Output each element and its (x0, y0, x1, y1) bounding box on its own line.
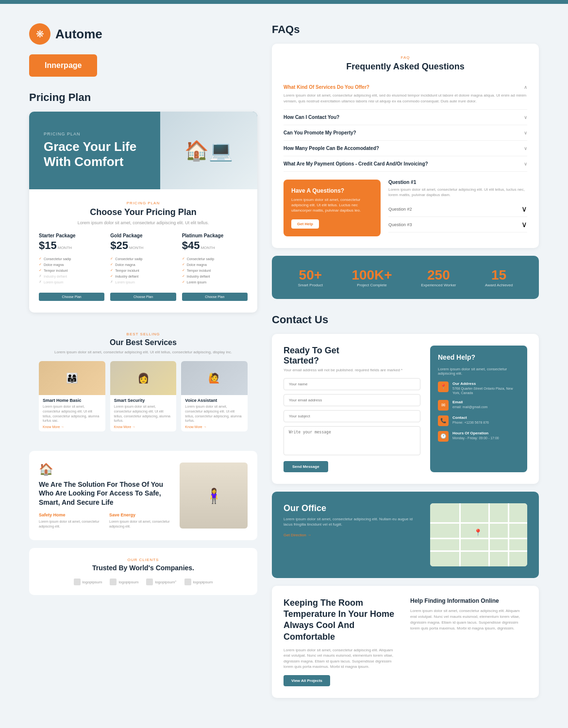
email-value: email: mail@gmail.com (452, 405, 487, 409)
office-direction-link[interactable]: Get Direction → (284, 533, 420, 537)
stat-worker-label: Experienced Worker (421, 283, 456, 287)
send-message-button[interactable]: Send Message (284, 461, 328, 472)
office-content: Our Office Lorem ipsum dolor sit amet, c… (284, 503, 420, 566)
faq-item-2-header[interactable]: How Can I Contact You? ∨ (284, 115, 527, 120)
bottom-main-title: Keeping The Room Temperature In Your Hom… (284, 597, 401, 643)
stat-award-label: Award Achieved (485, 283, 513, 287)
innerpage-button[interactable]: Innerpage (29, 54, 97, 77)
choose-plan-gold-btn[interactable]: Choose Plan (110, 293, 176, 301)
faq-arrow-2: ∨ (524, 115, 527, 120)
logo-icon: ❋ (29, 23, 50, 45)
contact-info-side: Need Help? Lorem ipsum dolor sit amet, c… (430, 346, 527, 472)
faq-arrow-3: ∨ (524, 130, 527, 135)
solution-card: 🏠 We Are The Solution For Those Of You W… (29, 451, 257, 540)
bottom-right-text: Lorem ipsum dolor sit amet, consectetur … (410, 608, 527, 631)
service-smart-home-image: 👨‍👩‍👧 (39, 361, 105, 395)
faq-panel-title: Have A Questions? (291, 187, 373, 194)
address-value: 5768 Quarter-Street Ontario Plaza, New Y… (452, 386, 519, 395)
service-smart-home-link[interactable]: Know More → (43, 425, 101, 429)
faq-card-label: FAQ (284, 55, 527, 60)
contact-subject-input[interactable] (284, 410, 420, 422)
plan-platinum-price: $45 (182, 239, 200, 251)
service-security-name: Smart Security (114, 398, 173, 403)
top-bar (0, 0, 568, 4)
choose-plan-starter-btn[interactable]: Choose Plan (39, 293, 104, 301)
pricing-section-title: Pricing Plan (29, 91, 257, 104)
service-smart-home-name: Smart Home Basic (43, 398, 101, 403)
logo-item-2: logopipsum (110, 579, 138, 585)
faq-section-title: FAQs (272, 23, 539, 36)
logo-row: ❋ Autome (29, 23, 257, 45)
faq-question-2: How Can I Contact You? (284, 115, 339, 120)
services-label: BEST SELLING (39, 332, 248, 336)
plan-gold-period: MONTH (129, 246, 143, 250)
trusted-card: OUR CLIENTS Trusted By World's Companies… (29, 548, 257, 595)
trusted-label: OUR CLIENTS (39, 558, 248, 562)
logos-row: logopipsum logopipsum logopipsum° logopi… (39, 579, 248, 585)
bottom-left: Keeping The Room Temperature In Your Hom… (284, 597, 401, 686)
faq-item-3: Can You Promote My Property? ∨ (284, 125, 527, 141)
office-title: Our Office (284, 503, 420, 513)
solution-home-icon: 🏠 (39, 463, 172, 476)
faq-mini-item-2[interactable]: Question #3 ∨ (388, 217, 527, 232)
service-security-image: 👩 (110, 361, 177, 395)
faq-item-5: What Are My Payment Options - Credit Car… (284, 156, 527, 172)
clock-icon: 🕐 (438, 431, 449, 442)
pricing-hero-label: PRICING PLAN (44, 132, 136, 136)
services-card: BEST SELLING Our Best Services Lorem ips… (29, 320, 257, 443)
logo-item-4: logopipsum (184, 579, 213, 585)
contact-email-input[interactable] (284, 394, 420, 406)
feature-item: Dolce magna (110, 262, 176, 267)
feature-item: Consectetur sadip (182, 256, 248, 262)
contact-label: Contact (452, 415, 489, 420)
bottom-main-desc: Lorem ipsum dolor sit amet, consectetur … (284, 647, 401, 669)
faq-item-1-header[interactable]: What Kind Of Services Do You Offer? ∧ (284, 84, 527, 90)
stat-project-number: 100K+ (351, 267, 392, 283)
faq-mini-arrow-1: ∨ (521, 204, 527, 214)
need-help-desc: Lorem ipsum dolor sit amet, consectetur … (438, 367, 519, 376)
logo-item-3: logopipsum° (146, 579, 176, 585)
right-column: FAQs FAQ Frequently Asked Questions What… (272, 23, 539, 698)
pricing-body-desc: Lorem ipsum dolor sit amet, consectetur … (39, 220, 248, 225)
contact-name-input[interactable] (284, 378, 420, 390)
bottom-right-title: Help Finding Information Online (410, 597, 527, 604)
contact-value: Phone: +1236 5678 876 (452, 420, 489, 425)
faq-arrow-5: ∨ (524, 161, 527, 166)
contact-message-input[interactable] (284, 426, 420, 455)
logo-text: Autome (55, 27, 102, 42)
services-desc: Lorem ipsum dolor sit amet, consectetur … (39, 350, 248, 354)
solution-title: We Are The Solution For Those Of You Who… (39, 480, 172, 507)
solution-image: 🧍‍♀️ (180, 463, 248, 529)
contact-card: Ready To GetStarted? Your email address … (272, 334, 539, 484)
map-placeholder: 📍 (430, 503, 527, 566)
solution-content: 🏠 We Are The Solution For Those Of You W… (39, 463, 172, 529)
faq-item-3-header[interactable]: Can You Promote My Property? ∨ (284, 130, 527, 135)
pricing-body-title: Choose Your Pricing Plan (39, 207, 248, 217)
feature-item-disabled: Lorem ipsum (39, 279, 104, 285)
bottom-right: Help Finding Information Online Lorem ip… (410, 597, 527, 686)
service-security-link[interactable]: Know More → (114, 425, 173, 429)
choose-plan-platinum-btn[interactable]: Choose Plan (182, 293, 248, 301)
plan-gold: Gold Package $25MONTH Consectetur sadip … (110, 233, 176, 301)
faq-item-5-header[interactable]: What Are My Payment Options - Credit Car… (284, 161, 527, 166)
service-voice-link[interactable]: Know More → (185, 425, 244, 429)
plan-platinum-period: MONTH (200, 246, 215, 250)
view-projects-button[interactable]: View All Projects (284, 675, 330, 686)
address-icon: 📍 (438, 381, 449, 392)
faq-item-4-header[interactable]: How Many People Can Be Accomodated? ∨ (284, 146, 527, 151)
service-security: 👩 Smart Security Lorem ipsum dolor sit a… (110, 361, 177, 431)
faq-mini-item-1[interactable]: Question #2 ∨ (388, 201, 527, 217)
faq-split: Have A Questions? Lorem ipsum dolor sit … (284, 180, 527, 236)
feature-item: Industry defiant (182, 273, 248, 279)
get-help-button[interactable]: Get Help (291, 219, 319, 229)
faq-right-active-answer: Lorem ipsum dolor sit amet, consectetur … (388, 187, 527, 198)
contact-inner: Ready To GetStarted? Your email address … (284, 346, 527, 472)
plan-platinum-features: Consectetur sadip Dolce magna Tempor inc… (182, 256, 248, 285)
info-address: 📍 Our Address 5768 Quarter-Street Ontari… (438, 381, 519, 395)
stats-bar: 50+ Smart Product 100K+ Project Complete… (272, 256, 539, 299)
info-hours: 🕐 Hours Of Operation Monday - Friday: 09… (438, 431, 519, 442)
energy-title: Save Energy (109, 513, 172, 517)
feature-item-disabled: Lorem ipsum (110, 279, 176, 285)
faq-answer-1: Lorem ipsum dolor sit amet, consectetur … (284, 93, 527, 104)
service-smart-home-text: Lorem ipsum dolor sit amet, consectetur … (43, 404, 101, 423)
